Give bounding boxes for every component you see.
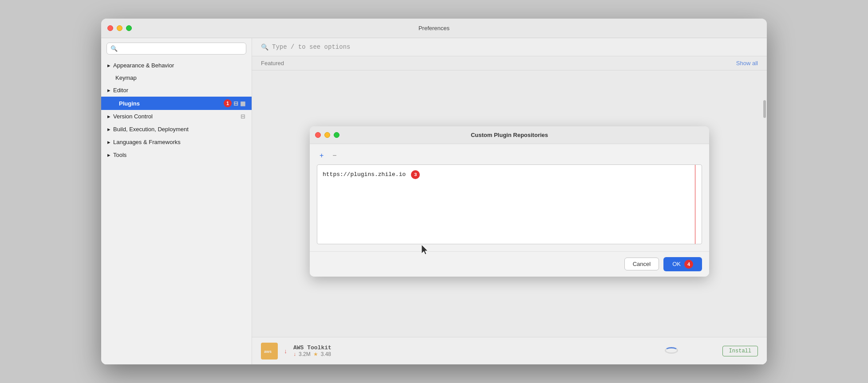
dialog-title: Custom Plugin Repositories (471, 132, 548, 138)
window-body: 🔍 ▸ Appearance & Behavior Keymap ▸ Edito… (101, 38, 767, 364)
sidebar-item-languages[interactable]: ▸ Languages & Frameworks (101, 136, 252, 149)
chevron-right-icon: ▸ (107, 62, 110, 69)
chevron-right-icon-vc: ▸ (107, 113, 110, 120)
dialog-overlay: Custom Plugin Repositories + − https://p… (252, 38, 767, 364)
repo-list-item[interactable]: https://plugins.zhile.io 3 (321, 168, 698, 181)
sidebar-item-vc-label: Version Control (113, 113, 153, 120)
custom-plugin-repositories-dialog: Custom Plugin Repositories + − https://p… (310, 126, 709, 277)
dialog-traffic-lights (315, 132, 339, 138)
sidebar-item-plugins[interactable]: Plugins 1 ⊟ ▦ (101, 97, 252, 110)
sidebar-item-version-control[interactable]: ▸ Version Control ⊟ (101, 110, 252, 123)
close-button[interactable] (107, 25, 113, 31)
ok-button[interactable]: OK 4 (663, 257, 702, 271)
dialog-title-bar: Custom Plugin Repositories (310, 126, 709, 144)
repo-list-area: https://plugins.zhile.io 3 (317, 164, 702, 244)
dialog-maximize-button[interactable] (334, 132, 339, 138)
plugins-icon-1: ⊟ (233, 100, 238, 107)
plugins-update-badge: 1 (224, 99, 232, 107)
sidebar-item-keymap[interactable]: Keymap (101, 72, 252, 84)
main-window: Preferences 🔍 ▸ Appearance & Behavior Ke… (101, 19, 767, 364)
sidebar-item-build-label: Build, Execution, Deployment (113, 126, 189, 133)
sidebar-item-tools[interactable]: ▸ Tools (101, 149, 252, 161)
dialog-minimize-button[interactable] (324, 132, 330, 138)
sidebar-item-editor-label: Editor (113, 87, 128, 94)
sidebar-item-appearance[interactable]: ▸ Appearance & Behavior (101, 59, 252, 72)
cancel-button[interactable]: Cancel (624, 258, 659, 270)
ok-label: OK (672, 261, 681, 267)
scroll-caret-line (695, 165, 695, 244)
window-title: Preferences (418, 25, 450, 31)
sidebar-item-appearance-label: Appearance & Behavior (113, 62, 174, 69)
sidebar-item-keymap-label: Keymap (115, 74, 137, 81)
maximize-button[interactable] (126, 25, 132, 31)
sidebar-item-tools-label: Tools (113, 152, 126, 158)
chevron-right-icon-lang: ▸ (107, 139, 110, 145)
dialog-close-button[interactable] (315, 132, 321, 138)
chevron-right-icon-build: ▸ (107, 126, 110, 133)
add-repo-button[interactable]: + (317, 151, 326, 160)
title-bar: Preferences (101, 19, 767, 38)
minimize-button[interactable] (117, 25, 122, 31)
step-4-badge: 4 (684, 260, 693, 269)
chevron-right-icon-editor: ▸ (107, 87, 110, 94)
vc-icon: ⊟ (241, 113, 245, 120)
step-3-badge: 3 (411, 170, 420, 179)
sidebar-item-lang-label: Languages & Frameworks (113, 139, 181, 145)
plugins-icon-2: ▦ (240, 100, 245, 107)
search-icon: 🔍 (110, 45, 118, 52)
main-content: Plugins Marketplace Installed 1 ⋮ 2 (252, 38, 767, 364)
repo-url-text: https://plugins.zhile.io (323, 171, 406, 178)
sidebar-search-bar[interactable]: 🔍 (107, 43, 246, 55)
traffic-lights (107, 25, 132, 31)
sidebar-item-editor[interactable]: ▸ Editor (101, 84, 252, 97)
sidebar-item-plugins-label: Plugins (119, 100, 140, 107)
remove-repo-button[interactable]: − (330, 151, 339, 160)
dialog-body: + − https://plugins.zhile.io 3 (310, 144, 709, 251)
sidebar-search-input[interactable] (120, 45, 242, 52)
dialog-toolbar: + − (317, 151, 702, 160)
chevron-right-icon-tools: ▸ (107, 152, 110, 158)
sidebar: 🔍 ▸ Appearance & Behavior Keymap ▸ Edito… (101, 38, 252, 364)
dialog-footer: Cancel OK 4 (310, 251, 709, 277)
sidebar-item-build[interactable]: ▸ Build, Execution, Deployment (101, 123, 252, 136)
